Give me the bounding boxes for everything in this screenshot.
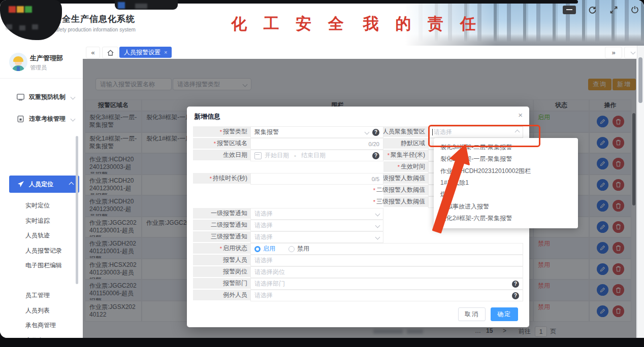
label-duration: 持续时长(秒) — [193, 173, 250, 185]
page-scrollbar-track[interactable] — [637, 46, 644, 338]
alarm-post-field[interactable]: 请选择岗位 — [250, 266, 523, 278]
gather-zone-dropdown: 裂化3#框架-二层-聚集报警 裂化2#框架-一层-聚集报警 作业票:HCDH20… — [434, 138, 578, 228]
label-except-person: 例外人员 — [193, 290, 250, 301]
chevron-up-icon — [69, 182, 74, 187]
dropdown-option[interactable]: 裂化2#框架-一层-聚集报警 — [434, 153, 578, 165]
window-controls — [563, 5, 640, 15]
window-top-strip — [0, 0, 578, 4]
area-name-field[interactable]: 0/20 — [250, 138, 383, 150]
home-tab-button[interactable] — [102, 47, 118, 58]
alarm-person-field[interactable]: 请选择 — [250, 255, 523, 266]
sidebar-submenu-item[interactable]: 实时追踪 — [0, 214, 83, 229]
label-valid-time: 生效时间 — [383, 161, 428, 173]
cancel-button[interactable]: 取消 — [458, 307, 486, 321]
dropdown-option[interactable]: 裂化2#框架-六层-聚集报警 — [434, 213, 578, 224]
browser-window: 安全生产信息化系统 safety production information … — [0, 0, 644, 338]
user-card[interactable]: 生产管理部 管理员 — [0, 50, 83, 76]
gather-zone-select[interactable]: 请选择 — [428, 126, 523, 138]
label-enabled: 启用状态 — [193, 243, 250, 255]
valid-date-field[interactable]: 开始日期 - 结束日期 ? — [250, 150, 383, 161]
expand-tabs-button[interactable]: » — [605, 47, 622, 58]
sidebar-submenu: 实时定位 实时追踪 人员轨迹 人员报警记录 电子围栏编辑 人员报警设置 员工管理… — [0, 198, 83, 338]
tab-personnel-alarm-settings[interactable]: 人员报警设置 × — [119, 47, 172, 58]
app-subtitle: safety production information system — [53, 27, 136, 32]
redacted-dot — [19, 25, 25, 30]
calendar-icon — [254, 152, 262, 159]
sidebar-scrollbar[interactable] — [76, 136, 78, 284]
sidebar-item-dual-prevention[interactable]: 双重预防机制 — [0, 87, 83, 107]
sidebar-submenu-item[interactable]: 人员报警设置 — [0, 273, 83, 289]
app-title: 安全生产信息化系统 — [53, 13, 136, 25]
modal-close-icon[interactable]: × — [518, 111, 523, 119]
chevron-down-icon — [375, 212, 380, 217]
date-end-placeholder: 结束日期 — [301, 151, 369, 160]
notify-l2-select[interactable]: 请选择 — [250, 220, 383, 231]
app-window: 安全生产信息化系统 safety production information … — [0, 0, 644, 347]
label-gather-zone: 人员聚集预警区 — [383, 126, 428, 138]
help-icon[interactable]: ? — [512, 281, 519, 288]
dropdown-option[interactable]: 裂化3#框架-二层-聚集报警 — [434, 142, 578, 153]
sidebar-item-personnel-positioning[interactable]: 人员定位 — [9, 176, 79, 193]
refresh-icon[interactable] — [587, 5, 597, 15]
label-area-name: 报警区域名 — [193, 138, 250, 150]
chevron-up-icon — [515, 130, 520, 135]
redacted-dot — [6, 24, 12, 29]
modal-form-full-rows: 启用状态 启用 禁用 报警人员 请选择 报警岗位 请选择岗位 报警部门 请选择部… — [193, 243, 523, 301]
help-icon[interactable]: ? — [372, 152, 379, 159]
duration-field[interactable]: 0/5 — [250, 173, 383, 185]
fullscreen-icon[interactable] — [608, 5, 619, 15]
alarm-dept-field[interactable]: 请选择部门? — [250, 278, 523, 290]
sidebar-submenu-item[interactable]: 人员列表 — [0, 303, 83, 319]
label-silent-zone: 静默区域 — [383, 138, 428, 150]
sidebar-submenu-item[interactable]: 员工管理 — [0, 288, 83, 303]
help-icon[interactable]: ? — [512, 292, 519, 299]
dropdown-option[interactable]: 煤库 — [434, 189, 578, 200]
sidebar-submenu-item[interactable]: 电子围栏编辑 — [0, 258, 83, 273]
dropdown-option[interactable]: 模拟事故进入报警 — [434, 200, 578, 212]
notify-l3-select[interactable]: 请选择 — [250, 231, 383, 243]
capture-icon[interactable] — [563, 6, 576, 14]
radio-disable[interactable]: 禁用 — [288, 245, 309, 253]
label-alarm-post: 报警岗位 — [193, 266, 250, 278]
alarm-type-value: 聚集报警 — [254, 128, 365, 136]
sidebar-submenu-item[interactable]: 人员报警记录 — [0, 244, 83, 259]
header-slogan: 化 工 安 全我 的 责 任 — [231, 13, 482, 34]
alarm-type-field[interactable]: 聚集报警 ? — [250, 126, 383, 138]
page-scrollbar-thumb[interactable] — [638, 57, 642, 103]
sidebar-item-violation-assessment[interactable]: 违章考核管理 — [0, 109, 83, 128]
confirm-button[interactable]: 确定 — [491, 307, 518, 321]
sidebar-submenu-item[interactable]: 承包商管理 — [0, 318, 83, 333]
redacted-dot — [135, 4, 147, 9]
collapse-icon: « — [91, 49, 94, 56]
sidebar-item-label: 人员定位 — [29, 180, 53, 189]
date-separator: - — [294, 152, 296, 159]
collapse-sidebar-button[interactable]: « — [86, 47, 100, 58]
dropdown-option[interactable]: 作业票:HCDH202312010002围栏 — [434, 165, 578, 177]
tab-bar: « 人员报警设置 × » — [83, 46, 644, 59]
label-alarm-dept: 报警部门 — [193, 278, 250, 290]
label-threshold-l1: 一级报警人数阈值 — [383, 173, 428, 185]
close-tab-icon[interactable]: × — [164, 49, 167, 55]
sidebar-submenu-item[interactable]: 实时定位 — [0, 198, 83, 214]
chevron-down-icon — [71, 94, 76, 99]
power-icon[interactable] — [630, 5, 640, 15]
dropdown-option[interactable]: 1#尾气除1 — [434, 177, 578, 189]
except-person-field[interactable]: 请选择? — [250, 290, 523, 301]
radio-off-icon — [288, 246, 295, 252]
label-threshold-l2: 二级报警人数阈值 — [383, 185, 428, 196]
help-icon[interactable]: ? — [372, 129, 379, 136]
label-valid-date: 生效日期 — [193, 150, 250, 161]
date-start-placeholder: 开始日期 — [265, 151, 289, 160]
app-branding: 安全生产信息化系统 safety production information … — [53, 13, 136, 32]
header: 安全生产信息化系统 safety production information … — [0, 0, 644, 46]
modal-title: 新增信息 — [194, 112, 220, 121]
sidebar-submenu-item[interactable]: 定位卡管理 — [0, 333, 83, 338]
radio-enable[interactable]: 启用 — [254, 245, 275, 253]
notify-l1-select[interactable]: 请选择 — [250, 208, 383, 220]
sidebar-item-label: 违章考核管理 — [29, 115, 66, 123]
sidebar-submenu-item[interactable]: 人员轨迹 — [0, 228, 83, 244]
tab-label: 人员报警设置 — [124, 48, 160, 57]
label-notify-l2: 二级报警通知 — [193, 220, 250, 231]
user-name: 生产管理部 — [30, 54, 63, 63]
label-alarm-person: 报警人员 — [193, 255, 250, 266]
